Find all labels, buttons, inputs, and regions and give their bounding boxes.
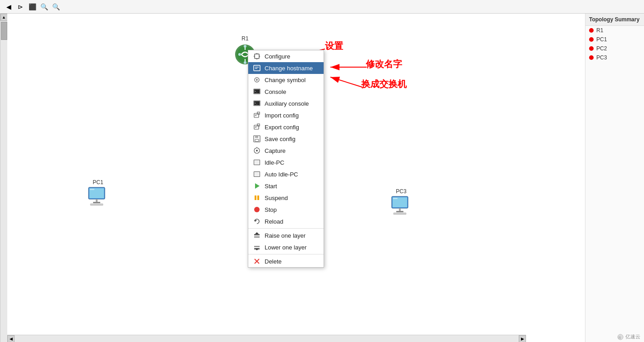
menu-configure-label: Configure [265, 53, 290, 60]
menu-export-config-label: Export config [265, 124, 299, 131]
menu-stop-label: Stop [265, 206, 277, 213]
menu-lower-layer[interactable]: Lower one layer [248, 241, 324, 253]
svg-rect-14 [393, 198, 398, 199]
toolbar-stop[interactable]: ⬛ [27, 2, 37, 12]
suspend-icon [253, 194, 261, 202]
vertical-scrollbar[interactable]: ▲ [0, 14, 7, 342]
svg-rect-10 [93, 202, 100, 203]
svg-line-67 [330, 77, 362, 87]
node-r1-label: R1 [241, 35, 248, 42]
context-menu: Configure Change hostname Change symbol … [248, 50, 324, 268]
menu-lower-layer-label: Lower one layer [265, 244, 307, 251]
menu-change-symbol-label: Change symbol [265, 77, 305, 83]
menu-auto-idle-pc[interactable]: Auto Idle-PC [248, 168, 324, 180]
watermark: 云 亿速云 [617, 333, 640, 340]
console-icon: >_ [253, 88, 261, 96]
menu-import-config[interactable]: Import config [248, 109, 324, 121]
node-pc1-label: PC1 [93, 179, 103, 186]
menu-suspend[interactable]: Suspend [248, 192, 324, 204]
annotation-huancheng: 换成交换机 [361, 78, 407, 90]
menu-save-config[interactable]: Save config [248, 133, 324, 145]
menu-suspend-label: Suspend [265, 195, 288, 201]
menu-change-hostname-label: Change hostname [265, 65, 313, 72]
menu-console[interactable]: >_ Console [248, 86, 324, 98]
menu-raise-layer[interactable]: Raise one layer [248, 230, 324, 241]
scroll-thumb[interactable] [1, 22, 7, 40]
topology-dot-pc2 [589, 46, 594, 51]
svg-point-43 [256, 150, 258, 151]
toolbar-back[interactable]: ◀ [4, 2, 14, 12]
menu-console-label: Console [265, 88, 286, 95]
menu-start-label: Start [265, 183, 277, 190]
svg-rect-17 [393, 213, 406, 215]
scroll-right[interactable]: ▶ [519, 335, 526, 342]
scroll-left[interactable]: ◀ [7, 335, 15, 342]
topology-item-pc3[interactable]: PC3 [585, 53, 644, 62]
toolbar-forward[interactable]: ⊳ [15, 2, 25, 12]
menu-auxiliary-console[interactable]: >_ Auxiliary console [248, 98, 324, 109]
topology-label-pc2: PC2 [596, 45, 607, 52]
svg-rect-15 [399, 208, 401, 211]
import-config-icon [253, 111, 261, 119]
lower-layer-icon [253, 243, 261, 251]
menu-idle-pc[interactable]: Idle-PC [248, 156, 324, 168]
start-icon [253, 182, 261, 190]
menu-stop[interactable]: Stop [248, 204, 324, 215]
watermark-text: 亿速云 [625, 333, 640, 340]
svg-rect-48 [254, 172, 260, 176]
change-symbol-icon [253, 76, 261, 84]
menu-auto-idle-pc-label: Auto Idle-PC [265, 171, 298, 178]
topology-label-pc1: PC1 [596, 36, 607, 43]
idle-pc-icon [253, 158, 261, 166]
topology-header: Topology Summary [585, 14, 644, 26]
svg-rect-50 [255, 195, 256, 200]
svg-rect-9 [96, 199, 98, 202]
svg-marker-49 [255, 183, 260, 189]
svg-rect-40 [255, 136, 258, 138]
menu-separator2 [248, 254, 324, 254]
arrow-shezhi [7, 14, 461, 150]
menu-change-symbol[interactable]: Change symbol [248, 74, 324, 86]
menu-delete[interactable]: Delete [248, 255, 324, 267]
svg-rect-51 [257, 195, 259, 200]
menu-save-config-label: Save config [265, 136, 295, 142]
menu-change-hostname[interactable]: Change hostname [248, 62, 324, 74]
svg-rect-41 [255, 139, 259, 142]
topology-canvas: R1 PC1 [7, 14, 585, 342]
svg-rect-46 [254, 160, 260, 165]
menu-delete-label: Delete [265, 258, 282, 265]
pc1-icon [87, 186, 109, 206]
scroll-up[interactable]: ▲ [0, 14, 8, 21]
toolbar-zoom-out[interactable]: 🔍 [51, 2, 61, 12]
topology-item-pc1[interactable]: PC1 [585, 35, 644, 44]
menu-reload[interactable]: Reload [248, 215, 324, 227]
topology-item-pc2[interactable]: PC2 [585, 44, 644, 53]
menu-capture-label: Capture [265, 147, 285, 154]
svg-rect-16 [396, 211, 403, 212]
annotation-shezhi: 设置 [325, 40, 343, 52]
svg-marker-56 [255, 232, 259, 234]
topology-label-r1: R1 [596, 27, 603, 34]
toolbar: ◀ ⊳ ⬛ 🔍 🔍 [0, 0, 644, 14]
svg-text:>_: >_ [255, 102, 258, 105]
menu-start[interactable]: Start [248, 180, 324, 192]
reload-icon [253, 217, 261, 225]
svg-rect-54 [254, 234, 260, 235]
menu-capture[interactable]: Capture [248, 145, 324, 156]
menu-configure[interactable]: Configure [248, 50, 324, 62]
topology-dot-pc3 [589, 55, 594, 60]
topology-dot-r1 [589, 28, 594, 33]
svg-point-52 [254, 207, 260, 212]
horizontal-scrollbar[interactable]: ◀ ▶ [7, 335, 526, 342]
node-pc3[interactable]: PC3 [390, 188, 413, 215]
toolbar-zoom-in[interactable]: 🔍 [39, 2, 49, 12]
svg-rect-23 [254, 65, 260, 71]
svg-text:云: 云 [618, 336, 621, 339]
topology-item-r1[interactable]: R1 [585, 26, 644, 35]
menu-export-config[interactable]: Export config [248, 121, 324, 133]
pc3-icon [390, 195, 413, 215]
configure-icon [253, 52, 261, 60]
node-pc1[interactable]: PC1 [87, 179, 109, 206]
topology-label-pc3: PC3 [596, 54, 607, 61]
delete-icon [253, 257, 261, 265]
